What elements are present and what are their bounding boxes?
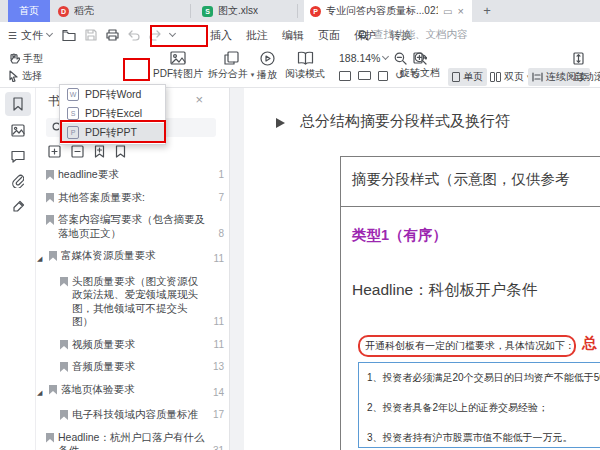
thumbnails-icon[interactable] (5, 118, 31, 142)
tab-home[interactable]: 首页 (8, 0, 50, 22)
continuous-read-icon (532, 72, 543, 82)
side-icon-strip (0, 88, 36, 450)
bookmark-item[interactable]: 音频质量要求13 (60, 360, 224, 374)
double-page-icon (490, 72, 495, 82)
autoscroll-button[interactable]: 自动滚动 ▾ (574, 70, 600, 84)
pdf-to-image-label: PDF转图片 (153, 67, 203, 81)
bookmark-label: 电子科技领域内容质量标准 (72, 408, 205, 422)
print-icon[interactable] (106, 29, 119, 41)
split-merge-button[interactable]: 拆分合并 ▾ (206, 51, 256, 81)
zoom-level-value: 188.14% (339, 52, 380, 64)
bookmark-item[interactable]: 头图质量要求（图文资源仅政策法规、爱宠领域展现头图，其他领域可不提交头图）11 (60, 275, 224, 329)
zoom-level-select[interactable]: 188.14% (339, 52, 388, 64)
collapse-triangle-icon[interactable]: ◢ (37, 383, 45, 400)
bookmark-label: Headline：杭州户口落户有什么条件 (58, 431, 205, 450)
docer-icon: D (58, 6, 69, 17)
pdf-to-image-button[interactable]: PDF转图片 (152, 51, 204, 81)
bookmark-flag-icon (46, 215, 54, 225)
fit-page-icon[interactable] (339, 71, 351, 81)
bookmark-item[interactable]: 视频质量要求11 (60, 338, 224, 352)
bookmark-icon[interactable] (115, 145, 126, 158)
bookmark-label: headline要求 (58, 168, 210, 182)
bookmark-item[interactable]: headline要求1 (46, 168, 224, 182)
menu-tab[interactable]: 批注 (246, 28, 268, 43)
menu-tab[interactable]: 编辑 (282, 28, 304, 43)
bookmark-item[interactable]: Headline：杭州户口落户有什么条件31 (46, 431, 224, 450)
pdf-viewer[interactable]: 总分结构摘要分段样式及换行符 摘要分段样式（示意图，仅供参考 类型1（有序） H… (230, 88, 600, 450)
double-page-label: 双页 (504, 70, 524, 84)
menu-tab[interactable]: 页面 (318, 28, 340, 43)
hand-tool[interactable]: 手型 (8, 52, 43, 66)
close-panel-icon[interactable]: × (195, 92, 203, 107)
bookmark-page-number: 11 (210, 315, 224, 329)
doc-type-label: 类型1（有序） (352, 226, 447, 245)
tab-docer[interactable]: D 稻壳 (52, 0, 100, 22)
bookmark-tools (48, 145, 126, 158)
read-mode-label: 阅读模式 (285, 67, 325, 81)
single-page-button[interactable]: 单页 (448, 68, 487, 86)
file-type-icon: W (67, 88, 79, 101)
undo-icon[interactable] (128, 30, 140, 41)
cursor-icon (8, 70, 19, 82)
pdf-page: 总分结构摘要分段样式及换行符 摘要分段样式（示意图，仅供参考 类型1（有序） H… (244, 88, 600, 450)
global-search[interactable]: 查找功能、文档内容 (358, 22, 468, 48)
play-label: 播放 (257, 68, 277, 82)
bookmark-item[interactable]: ◢落地页体验要求14 (46, 383, 224, 400)
tab-home-label: 首页 (19, 4, 39, 18)
bookmark-label: 头图质量要求（图文资源仅政策法规、爱宠领域展现头图，其他领域可不提交头图） (72, 275, 206, 329)
bookmark-item[interactable]: 答案内容编写要求（包含摘要及落地页正文）8 (46, 213, 224, 240)
fit-width-icon[interactable] (358, 71, 371, 80)
condition-line: 3、投资者持有沪市股票市值不能低于一万元。 (367, 431, 573, 445)
tab-close-icon[interactable]: × (457, 5, 463, 17)
play-button[interactable]: 播放 (252, 51, 282, 82)
search-placeholder: 查找功能、文档内容 (373, 28, 468, 42)
table-border-top (340, 156, 600, 157)
bookmark-item[interactable]: ◢富媒体资源质量要求11 (46, 249, 224, 266)
bookmark-page-number: 8 (214, 227, 224, 241)
collapse-triangle-icon[interactable]: ◢ (37, 249, 45, 266)
expand-all-icon[interactable] (48, 145, 61, 158)
autoscroll-label: 自动滚动 (574, 70, 600, 84)
table-border-left (340, 156, 341, 450)
read-mode-button[interactable]: 阅读模式 (282, 51, 328, 81)
hand-icon (8, 53, 20, 65)
attachment-icon[interactable] (5, 169, 31, 193)
comments-icon[interactable] (5, 144, 31, 168)
bookmark-label: 视频质量要求 (72, 338, 206, 352)
arrow-bullet-icon (276, 118, 285, 128)
search-icon (358, 30, 369, 41)
bookmark-item[interactable]: 其他答案质量要求:7 (46, 191, 224, 205)
bookmark-flag-icon (60, 277, 68, 287)
dropdown-item[interactable]: WPDF转Word (60, 85, 165, 104)
bookmarks-panel-icon[interactable] (5, 92, 31, 116)
chevron-down-icon (382, 53, 389, 60)
dropdown-item-label: PDF转Excel (85, 107, 142, 121)
bookmark-item[interactable]: 电子科技领域内容质量标准17 (60, 408, 224, 422)
signature-stamp-icon[interactable] (5, 194, 31, 218)
hamburger-icon: ☰ (8, 30, 17, 41)
save-icon[interactable] (85, 29, 97, 41)
requirement-box: 开通科创板有一定的门槛要求，具体情况如下： (358, 335, 576, 357)
collapse-all-icon[interactable] (71, 145, 84, 158)
condition-line: 1、投资者必须满足20个交易日的日均资产不能低于50万 (367, 371, 600, 385)
single-page-icon (452, 72, 460, 82)
open-folder-icon[interactable] (62, 29, 76, 42)
dropdown-item-label: PDF转Word (85, 88, 141, 102)
play-icon (260, 51, 275, 66)
add-bookmark-icon[interactable] (94, 145, 105, 158)
select-tool[interactable]: 选择 (8, 69, 42, 83)
rotate-doc-label: 旋转文档 (400, 66, 440, 80)
autoscroll-icon-top[interactable] (572, 51, 585, 66)
menu-tab[interactable]: 插入 (210, 28, 232, 43)
bookmark-page-number: 13 (209, 360, 224, 374)
new-tab-button[interactable]: + (478, 2, 496, 20)
crop-icon[interactable] (378, 71, 388, 81)
tab-spreadsheet[interactable]: S 图文.xlsx (196, 0, 264, 22)
bookmark-flag-icon (49, 251, 57, 261)
device-sync-icon: ▭ (443, 6, 452, 17)
bookmark-flag-icon (60, 410, 68, 420)
double-page-button[interactable]: 双页 ▾ (490, 70, 531, 84)
tab-pdf-document[interactable]: P 专业问答内容质量标...021.4.pdf ▭ × (304, 0, 472, 22)
rotate-document-button[interactable]: 旋转文档 (398, 51, 442, 80)
file-menu[interactable]: ☰ 文件 (8, 22, 52, 48)
